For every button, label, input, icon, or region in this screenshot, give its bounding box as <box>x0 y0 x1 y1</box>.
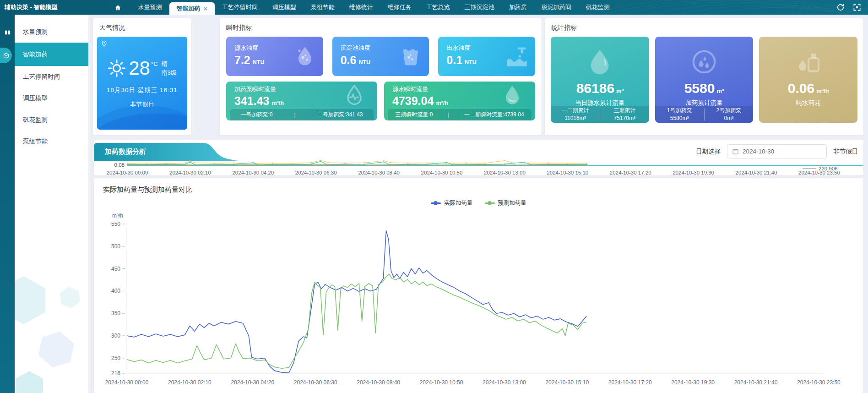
series-line[interactable] <box>127 274 586 368</box>
chart-title: 实际加药量与预测加药量对比 <box>94 178 863 194</box>
main-chart-svg[interactable]: m³/h2162503003504004505005502024-10-30 0… <box>97 212 857 391</box>
stat-tile: 86186m³当日源水累计流量一二期累计11016m³三期累计75170m³ <box>551 37 649 123</box>
tab[interactable]: 维修任务 <box>380 0 419 15</box>
legend-marker <box>485 202 495 204</box>
tab-label: 维修任务 <box>388 3 412 11</box>
series-line[interactable] <box>127 231 586 373</box>
refresh-button[interactable] <box>836 3 845 12</box>
tab-label: 调压模型 <box>272 3 296 11</box>
tile-value: 0.6 <box>341 54 357 67</box>
metric-tile: 源水浊度7.2NTU <box>226 37 323 76</box>
tab[interactable]: 水量预测 <box>131 0 169 15</box>
stat-unit: m³ <box>716 87 724 94</box>
tile-value-row: 0.1NTU <box>446 54 476 67</box>
sidebar-item[interactable]: 泵组节能 <box>15 131 88 152</box>
tab[interactable]: 工艺总览 <box>419 0 457 15</box>
mini-series-point <box>344 163 345 164</box>
tab-label: 矾花监测 <box>586 3 610 11</box>
x-tick-label: 2024-10-30 21:40 <box>734 379 778 386</box>
tab[interactable]: 维修统计 <box>342 0 380 15</box>
y-tick-label: 300 <box>111 333 120 339</box>
mini-series-point <box>383 160 384 161</box>
tab[interactable]: 工艺停留时间 <box>215 0 265 15</box>
bottle-drop-icon <box>794 48 823 76</box>
metric-tile: 沉淀池浊度0.6NTU <box>332 37 429 76</box>
droplet-dots-icon <box>293 44 317 68</box>
legend-marker-dot <box>488 201 492 205</box>
mini-series-point <box>185 163 186 164</box>
tab-label: 水量预测 <box>138 3 162 11</box>
legend-item[interactable]: 预测加药量 <box>485 199 527 207</box>
home-icon <box>114 4 121 11</box>
sidebar-item[interactable]: 智能加药 <box>15 43 88 66</box>
footer-item: 三期瞬时流量:0 <box>395 111 433 119</box>
location-pin-icon <box>101 40 108 47</box>
mini-series-point <box>282 164 282 165</box>
hexagon-decoration <box>16 371 43 393</box>
footer-divider: | <box>448 112 449 118</box>
sidebar-item[interactable]: 工艺停留时间 <box>15 66 88 87</box>
sidebar-item[interactable]: 调压模型 <box>15 87 88 109</box>
tab-label: 加药房 <box>509 3 527 11</box>
footer-value: 0m³ <box>705 115 754 122</box>
y-axis-unit: m³/h <box>112 213 123 219</box>
footer-item: 一二期累计11016m³ <box>551 107 600 121</box>
tab-label: 维修统计 <box>349 3 373 11</box>
cup-icon <box>399 44 423 68</box>
tile-label: 加药泵瞬时流量 <box>234 85 276 93</box>
x-tick-label: 2024-10-30 08:40 <box>357 379 400 386</box>
mini-series-point <box>327 162 328 163</box>
chart-legend: 实际加药量预测加药量 <box>94 199 863 207</box>
mini-series-point <box>383 161 384 162</box>
waterdrop-icon <box>586 48 614 76</box>
tab[interactable]: 三期沉淀池 <box>457 0 502 15</box>
analysis-band: 加药数据分析 日期选择 非节假日 0.08220.9062024-10-30 0… <box>94 140 863 175</box>
home-button[interactable] <box>112 0 125 15</box>
stat-tile-footer: 一二期累计11016m³三期累计75170m³ <box>551 106 649 123</box>
tile-value: 7.2 <box>234 54 250 67</box>
tab[interactable]: 加药房 <box>502 0 534 15</box>
mini-series-point <box>190 160 190 161</box>
topbar-actions <box>836 3 862 12</box>
date-picker[interactable] <box>727 144 827 158</box>
tab[interactable]: 泵组节能 <box>304 0 342 15</box>
tab[interactable]: 调压模型 <box>265 0 304 15</box>
flow-metric-tile: 加药泵瞬时流量341.43m³/h一号加药泵:0|二号加药泵:341.43 <box>226 82 377 120</box>
date-input[interactable] <box>743 148 811 155</box>
tile-label: 源水瞬时流量 <box>392 85 428 93</box>
mini-series-point <box>359 164 360 165</box>
mini-series-point <box>504 160 505 161</box>
weather-panel: 28 °C 晴 南3级 10月30日 星期三 16:31 非节假日 <box>97 37 187 130</box>
mini-series-point <box>586 164 587 165</box>
statistics-card: 统计指标 86186m³当日源水累计流量一二期累计11016m³三期累计7517… <box>545 18 863 135</box>
rail-book-button[interactable] <box>0 25 15 40</box>
tile-value: 341.43 <box>234 94 269 108</box>
tab[interactable]: 智能加药× <box>169 2 215 15</box>
fullscreen-button[interactable] <box>852 3 862 12</box>
close-icon[interactable]: × <box>204 5 207 12</box>
mini-min-label: 0.08 <box>114 162 125 168</box>
mini-series-line[interactable] <box>127 160 587 164</box>
mini-x-tick-label: 2024-10-30 13:00 <box>484 170 526 175</box>
sidebar-item[interactable]: 矾花监测 <box>15 109 88 131</box>
tab-label: 泵组节能 <box>311 3 335 11</box>
stat-tile: 5580m³加药累计流量1号加药泵5580m³2号加药泵0m³ <box>655 37 754 123</box>
legend-item[interactable]: 实际加药量 <box>431 199 473 207</box>
tab[interactable]: 矾花监测 <box>579 0 617 15</box>
flow-tiles: 加药泵瞬时流量341.43m³/h一号加药泵:0|二号加药泵:341.43源水瞬… <box>226 82 535 120</box>
mini-chart-svg[interactable]: 0.08220.9062024-10-30 00:002024-10-30 02… <box>94 160 863 175</box>
sidebar-items: 水量预测智能加药工艺停留时间调压模型矾花监测泵组节能 <box>15 15 88 152</box>
stat-value: 5580 <box>684 81 715 96</box>
mini-series-point <box>272 164 273 164</box>
rail-model-button[interactable] <box>0 48 12 63</box>
x-tick-label: 2024-10-30 10:50 <box>420 379 463 386</box>
tab-label: 脱泥加药间 <box>542 3 571 11</box>
calendar-icon <box>732 148 739 155</box>
weather-holiday: 非节假日 <box>97 100 187 109</box>
tab[interactable]: 脱泥加药间 <box>534 0 579 15</box>
comparison-chart-card: 实际加药量与预测加药量对比 实际加药量预测加药量 m³/h21625030035… <box>94 178 863 393</box>
mini-series-point <box>204 164 205 165</box>
cube-icon <box>3 52 10 59</box>
footer-value: 11016m³ <box>551 115 600 122</box>
sidebar-item[interactable]: 水量预测 <box>15 21 88 43</box>
